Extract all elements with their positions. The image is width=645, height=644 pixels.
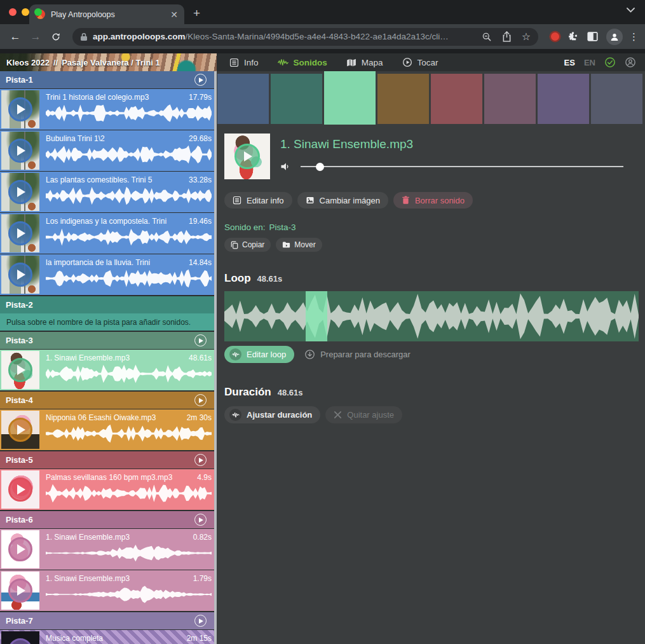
zoom-window-button[interactable] [34, 8, 42, 16]
track-play-icon[interactable] [194, 454, 207, 466]
move-button[interactable]: Mover [276, 238, 322, 252]
minimize-window-button[interactable] [22, 8, 29, 16]
track-header[interactable]: Pista-1 [0, 71, 217, 88]
copy-button[interactable]: Copiar [224, 238, 271, 252]
clip-row[interactable]: Nipponia 06 Esashi Oiwake.mp3 2m 30s [0, 409, 217, 450]
clip-row[interactable]: 1. Sinawi Ensemble.mp3 48.61s [0, 350, 217, 390]
close-window-button[interactable] [9, 8, 17, 16]
play-overlay-icon[interactable] [8, 180, 32, 204]
extensions-puzzle-icon[interactable] [567, 31, 579, 43]
browser-toolbar: ← → app.antropoloops.com/Kleos-Santa-Mar… [0, 24, 645, 49]
play-overlay-icon[interactable] [8, 97, 32, 121]
new-tab-button[interactable]: + [193, 6, 200, 20]
track-header[interactable]: Pista-7 [0, 612, 217, 629]
tab-close-icon[interactable]: ✕ [170, 10, 178, 19]
clip-thumbnail [1, 411, 39, 449]
play-overlay-icon[interactable] [234, 144, 260, 169]
play-overlay-icon[interactable] [8, 579, 32, 603]
back-button[interactable]: ← [6, 28, 24, 46]
sound-detail: 1. Sinawi Ensemble.mp3 Editar info [217, 126, 645, 423]
clip-row[interactable]: 1. Sinawi Ensemble.mp3 1.79s [0, 570, 217, 611]
main-tab-mapa[interactable]: Mapa [346, 58, 383, 67]
track-header[interactable]: Pista-4 [0, 392, 217, 409]
forward-button[interactable]: → [27, 28, 44, 46]
clip-row[interactable]: Los indigenas y la compostela. Trini 19.… [0, 213, 217, 254]
track-color-swatch[interactable] [484, 74, 536, 124]
recording-indicator-icon[interactable] [551, 32, 559, 41]
language-es[interactable]: ES [564, 58, 575, 67]
clear-adjust-button[interactable]: Quitar ajuste [325, 406, 402, 423]
clip-row[interactable]: la importancia de la lluvia. Trini 14.84… [0, 254, 217, 295]
side-panel-icon[interactable] [587, 31, 599, 42]
track-header[interactable]: Pista-5 [0, 451, 217, 469]
clip-row[interactable]: Palmas sevillanas 160 bpm mp3.mp3 4.9s [0, 469, 217, 510]
clip-row[interactable]: Trini 1 historia del colegio.mp3 17.79s [0, 89, 217, 130]
main-tab-tocar[interactable]: Tocar [402, 57, 438, 67]
track-color-swatch[interactable] [431, 74, 482, 124]
sidebar-scrollbar[interactable] [214, 71, 217, 644]
play-overlay-icon[interactable] [8, 139, 32, 163]
edit-info-button[interactable]: Editar info [224, 192, 292, 209]
clip-row[interactable]: Las plantas comestibles. Trini 5 33.28s [0, 172, 217, 212]
menu-kebab-icon[interactable]: ⋮ [629, 31, 639, 43]
track-color-swatch[interactable] [591, 74, 642, 124]
track-play-icon[interactable] [194, 394, 207, 406]
play-overlay-icon[interactable] [8, 263, 32, 287]
track-color-swatch[interactable] [217, 74, 269, 124]
browser-tab[interactable]: Play Antropoloops ✕ [29, 4, 184, 24]
volume-slider[interactable] [301, 162, 623, 171]
track-play-icon[interactable] [194, 74, 207, 86]
edit-loop-button[interactable]: Editar loop [224, 346, 294, 363]
track-color-swatch-selected[interactable] [324, 71, 376, 125]
clip-waveform [46, 543, 212, 563]
clip-row[interactable]: Musica completa 2m 15s [0, 630, 217, 644]
track-play-icon[interactable] [194, 514, 207, 526]
clip-duration: 0.82s [193, 533, 212, 542]
play-overlay-icon[interactable] [8, 537, 32, 561]
track-play-icon[interactable] [194, 615, 207, 627]
track-color-swatch[interactable] [271, 74, 322, 124]
share-icon[interactable] [502, 31, 512, 42]
tab-search-chevron-icon[interactable] [627, 8, 635, 13]
language-en[interactable]: EN [584, 58, 595, 67]
track-color-swatches [217, 71, 645, 126]
play-overlay-icon[interactable] [8, 638, 32, 644]
play-overlay-icon[interactable] [8, 358, 32, 382]
play-overlay-icon[interactable] [8, 418, 32, 442]
change-image-button[interactable]: Cambiar imágen [297, 192, 388, 209]
clip-thumbnail [1, 530, 39, 568]
play-overlay-icon[interactable] [8, 221, 32, 245]
play-overlay-icon[interactable] [8, 477, 32, 502]
track-color-swatch[interactable] [377, 74, 429, 124]
address-bar[interactable]: app.antropoloops.com/Kleos-Santa-Marina/… [72, 28, 538, 46]
bookmark-star-icon[interactable]: ☆ [522, 31, 531, 43]
volume-slider-thumb[interactable] [316, 163, 324, 171]
clip-duration: 14.84s [189, 258, 212, 267]
clip-row[interactable]: Bubulina Trini 1\2 29.68s [0, 130, 217, 171]
sound-thumbnail[interactable] [224, 134, 270, 179]
profile-avatar[interactable] [606, 29, 623, 45]
track-color-swatch[interactable] [538, 74, 589, 124]
clip-waveform [46, 364, 212, 384]
loop-selection-region[interactable] [306, 291, 327, 341]
adjust-duration-button[interactable]: Ajustar duración [224, 406, 320, 423]
main-tab-sonidos[interactable]: Sonidos [278, 58, 327, 67]
track-header[interactable]: Pista-2 [0, 296, 217, 313]
loop-waveform[interactable] [224, 291, 639, 341]
zoom-icon[interactable] [482, 32, 492, 42]
delete-sound-button[interactable]: Borrar sonido [393, 192, 473, 209]
volume-icon[interactable] [280, 161, 292, 172]
sync-check-icon[interactable] [604, 57, 616, 68]
account-icon[interactable] [625, 57, 636, 68]
prepare-download-button[interactable]: Preparar para descargar [301, 346, 414, 363]
track-header[interactable]: Pista-3 [0, 332, 217, 349]
clip-title: 1. Sinawi Ensemble.mp3 [46, 533, 188, 542]
track-header[interactable]: Pista-6 [0, 511, 217, 528]
reload-button[interactable] [47, 28, 65, 46]
clip-row[interactable]: 1. Sinawi Ensemble.mp3 0.82s [0, 529, 217, 570]
track-play-icon[interactable] [194, 334, 207, 346]
sound-location-track[interactable]: Pista-3 [269, 223, 296, 232]
main-tab-info[interactable]: Info [229, 58, 259, 67]
project-map-banner[interactable]: Kleos 2022//Pasaje Valvanera / Trini 1 [0, 53, 217, 71]
track-section: Pista-5 Palmas sevillanas 160 bpm mp3.mp… [0, 451, 217, 510]
